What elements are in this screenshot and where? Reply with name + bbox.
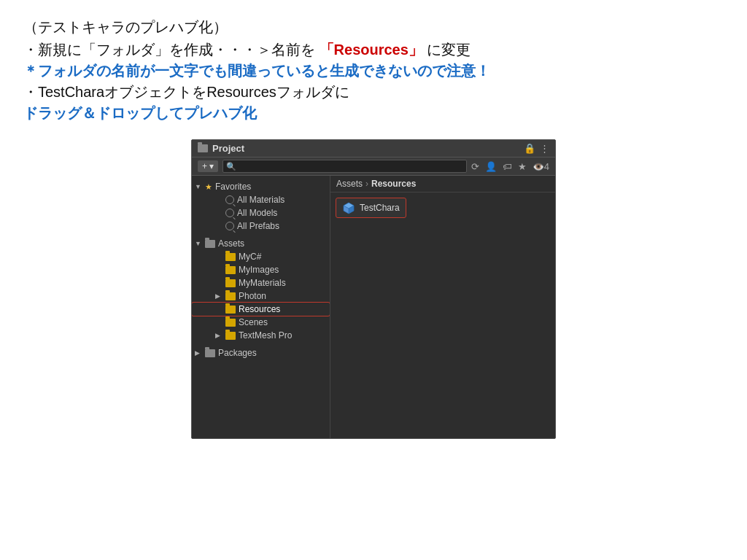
sidebar-item-myimages[interactable]: MyImages <box>192 263 330 276</box>
toolbar-icons: ⟳ 👤 🏷 ★ 👁️4 <box>471 161 549 172</box>
search-mat-icon <box>225 195 234 204</box>
sidebar-item-all-materials[interactable]: All Materials <box>192 193 330 206</box>
panel-toolbar: + ▾ 🔍 ⟳ 👤 🏷 ★ 👁️4 <box>192 158 555 176</box>
sidebar-item-photon[interactable]: Photon <box>192 289 330 303</box>
search-model-icon <box>225 209 234 217</box>
assets-folder-icon <box>205 240 215 248</box>
resources-folder-icon <box>225 306 236 314</box>
all-materials-label: All Materials <box>237 195 285 205</box>
unity-project-panel: Project 🔒 ⋮ + ▾ 🔍 ⟳ 👤 🏷 ★ 👁️4 <box>191 139 556 439</box>
assets-label: Assets <box>218 238 244 249</box>
favorites-label: Favorites <box>215 182 251 192</box>
sync-icon[interactable]: ⟳ <box>471 161 479 172</box>
line5-text: ドラッグ＆ドロップしてプレハブ化 <box>23 104 724 123</box>
myc-folder-icon <box>225 253 236 261</box>
star-toolbar-icon[interactable]: ★ <box>518 161 527 172</box>
unity-panel-wrapper: Project 🔒 ⋮ + ▾ 🔍 ⟳ 👤 🏷 ★ 👁️4 <box>23 139 724 439</box>
asset-testchara[interactable]: TestChara <box>336 198 406 217</box>
content-items: TestChara <box>330 192 555 223</box>
panel-header-icons: 🔒 ⋮ <box>524 143 549 154</box>
search-icon: 🔍 <box>226 162 236 171</box>
line2-suffix: に変更 <box>427 42 471 58</box>
photon-label: Photon <box>239 291 266 301</box>
panel-title: Project <box>198 143 244 154</box>
favorites-star-icon: ★ <box>205 182 212 192</box>
sidebar-item-packages[interactable]: Packages <box>192 346 330 359</box>
cube-icon <box>342 201 355 214</box>
line2-prefix: ・新規に「フォルダ」を作成・・・＞名前を <box>23 42 315 58</box>
more-icon[interactable]: ⋮ <box>540 143 549 154</box>
instruction-block: （テストキャラのプレハブ化） ・新規に「フォルダ」を作成・・・＞名前を 「Res… <box>23 18 724 132</box>
sidebar-tree: ★ Favorites All Materials All Models <box>192 176 330 438</box>
person-icon[interactable]: 👤 <box>485 161 497 172</box>
breadcrumb-sep: › <box>365 179 368 189</box>
line4-text: ・TestCharaオブジェクトをResourcesフォルダに <box>23 82 724 102</box>
scenes-folder-icon <box>225 319 236 327</box>
content-area: Assets › Resources TestChara <box>330 176 555 438</box>
resources-label: Resources <box>239 304 280 314</box>
myimages-label: MyImages <box>239 265 279 275</box>
search-prefab-icon <box>225 222 234 230</box>
packages-folder-icon <box>205 349 215 357</box>
mymaterials-folder-icon <box>225 279 236 287</box>
breadcrumb-bar: Assets › Resources <box>330 176 555 192</box>
mymaterials-label: MyMaterials <box>239 278 286 288</box>
sidebar-item-all-models[interactable]: All Models <box>192 206 330 219</box>
tag-icon[interactable]: 🏷 <box>503 161 512 172</box>
packages-arrow <box>195 349 202 357</box>
eye-icon[interactable]: 👁️4 <box>533 161 549 172</box>
add-button[interactable]: + ▾ <box>198 160 218 172</box>
line1-text: （テストキャラのプレハブ化） <box>23 18 724 37</box>
myimages-folder-icon <box>225 266 236 274</box>
sidebar-item-resources[interactable]: Resources <box>192 303 330 316</box>
textmesh-arrow <box>215 332 222 339</box>
sidebar-item-myc[interactable]: MyC# <box>192 250 330 263</box>
sidebar-item-mymaterials[interactable]: MyMaterials <box>192 276 330 289</box>
favorites-arrow <box>195 183 202 190</box>
panel-header: Project 🔒 ⋮ <box>192 140 555 158</box>
page-container: （テストキャラのプレハブ化） ・新規に「フォルダ」を作成・・・＞名前を 「Res… <box>0 0 747 560</box>
panel-title-label: Project <box>212 143 244 154</box>
line3-text: ＊フォルダの名前が一文字でも間違っていると生成できないので注意！ <box>23 61 724 81</box>
sidebar-item-scenes[interactable]: Scenes <box>192 316 330 329</box>
testchara-label: TestChara <box>360 203 400 213</box>
line2-text: ・新規に「フォルダ」を作成・・・＞名前を 「Resources」 に変更 <box>23 40 724 60</box>
all-prefabs-label: All Prefabs <box>237 221 279 231</box>
photon-folder-icon <box>225 292 236 300</box>
breadcrumb-part1: Assets <box>336 179 363 189</box>
sidebar-item-assets[interactable]: Assets <box>192 237 330 250</box>
assets-arrow <box>195 240 202 247</box>
myc-label: MyC# <box>239 252 261 262</box>
textmesh-label: TextMesh Pro <box>239 330 292 341</box>
search-box[interactable]: 🔍 <box>222 160 466 173</box>
panel-folder-icon <box>198 144 208 152</box>
breadcrumb-part2: Resources <box>371 179 416 189</box>
panel-body: ★ Favorites All Materials All Models <box>192 176 555 438</box>
scenes-label: Scenes <box>239 317 268 327</box>
sidebar-item-all-prefabs[interactable]: All Prefabs <box>192 219 330 233</box>
textmesh-folder-icon <box>225 332 236 340</box>
all-models-label: All Models <box>237 208 277 218</box>
packages-label: Packages <box>218 348 257 358</box>
sidebar-item-textmesh[interactable]: TextMesh Pro <box>192 329 330 342</box>
line2-highlight: 「Resources」 <box>320 42 423 58</box>
photon-arrow <box>215 292 222 300</box>
lock-icon[interactable]: 🔒 <box>524 143 535 154</box>
sidebar-item-favorites[interactable]: ★ Favorites <box>192 180 330 193</box>
